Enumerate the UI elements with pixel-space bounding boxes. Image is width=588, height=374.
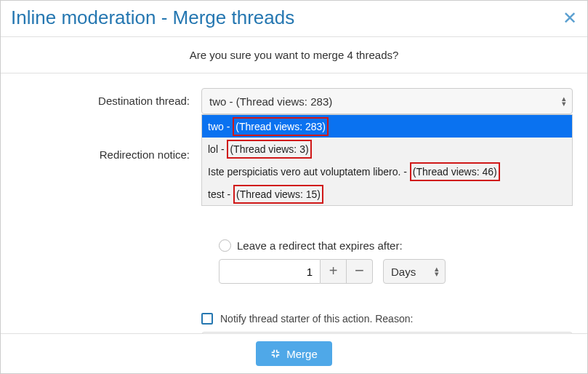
thread-views-highlight: (Thread views: 283) — [233, 117, 329, 136]
redirect-expire-option[interactable]: Leave a redirect that expires after: — [201, 239, 573, 252]
thread-views-highlight: (Thread views: 3) — [227, 140, 311, 159]
labels-column: Destination thread: Redirection notice: — [1, 73, 197, 333]
modal-body: Destination thread: Redirection notice: … — [1, 73, 587, 333]
merge-button-label: Merge — [286, 348, 318, 360]
select-arrows-icon: ▴▾ — [562, 96, 566, 106]
checkbox-icon — [201, 313, 213, 325]
notify-starter-row[interactable]: Notify thread starter of this action. Re… — [201, 313, 573, 325]
destination-thread-value: two - (Thread views: 283) — [209, 95, 332, 108]
confirm-text: Are you sure you want to merge 4 threads… — [1, 37, 587, 73]
close-icon[interactable]: ✕ — [563, 9, 577, 27]
controls-column: two - (Thread views: 283) ▴▾ two - (Thre… — [197, 73, 587, 333]
thread-views-highlight: (Thread views: 15) — [233, 185, 323, 204]
redirection-notice-label: Redirection notice: — [1, 142, 190, 168]
dropdown-option-two[interactable]: two - (Thread views: 283) — [202, 115, 572, 138]
merge-threads-modal: Inline moderation - Merge threads ✕ Are … — [0, 0, 588, 374]
modal-header: Inline moderation - Merge threads ✕ — [1, 1, 587, 37]
expire-amount-input[interactable] — [219, 259, 321, 284]
redirect-expire-stepper: + − Days ▴▾ — [201, 259, 573, 284]
notify-starter-label: Notify thread starter of this action. Re… — [220, 313, 413, 325]
modal-title: Inline moderation - Merge threads — [11, 7, 294, 29]
expire-unit-select[interactable]: Days ▴▾ — [383, 259, 446, 284]
select-arrows-icon: ▴▾ — [435, 266, 439, 276]
thread-views-highlight: (Thread views: 46) — [410, 162, 500, 181]
stepper-increment-button[interactable]: + — [321, 259, 347, 284]
dropdown-option-lol[interactable]: lol - (Thread views: 3) — [202, 138, 572, 160]
dropdown-option-iste[interactable]: Iste perspiciatis vero aut voluptatem li… — [202, 160, 572, 183]
notify-reason-input[interactable]: Optional — [201, 332, 573, 333]
merge-icon — [270, 349, 281, 359]
stepper-decrement-button[interactable]: − — [347, 259, 373, 284]
radio-icon — [219, 239, 231, 252]
modal-footer: Merge — [1, 333, 587, 373]
merge-button[interactable]: Merge — [256, 341, 332, 366]
destination-thread-dropdown: two - (Thread views: 283) lol - (Thread … — [201, 114, 573, 206]
destination-thread-select[interactable]: two - (Thread views: 283) ▴▾ — [201, 88, 573, 114]
dropdown-option-test[interactable]: test - (Thread views: 15) — [202, 183, 572, 205]
destination-thread-label: Destination thread: — [1, 88, 190, 114]
